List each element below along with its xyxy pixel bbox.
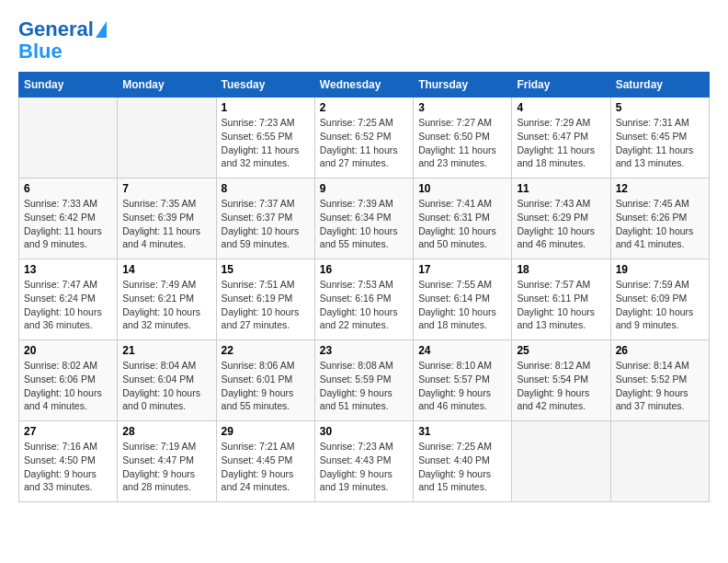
calendar-cell: 11Sunrise: 7:43 AM Sunset: 6:29 PM Dayli… (512, 178, 610, 259)
calendar-cell: 19Sunrise: 7:59 AM Sunset: 6:09 PM Dayli… (610, 259, 709, 340)
day-number: 2 (320, 101, 408, 114)
calendar-week-5: 27Sunrise: 7:16 AM Sunset: 4:50 PM Dayli… (19, 421, 710, 502)
day-info: Sunrise: 8:10 AM Sunset: 5:57 PM Dayligh… (418, 359, 506, 413)
day-number: 17 (418, 263, 506, 276)
calendar-cell: 25Sunrise: 8:12 AM Sunset: 5:54 PM Dayli… (512, 340, 610, 421)
calendar-cell: 16Sunrise: 7:53 AM Sunset: 6:16 PM Dayli… (314, 259, 413, 340)
day-info: Sunrise: 7:41 AM Sunset: 6:31 PM Dayligh… (418, 197, 506, 251)
day-number: 30 (320, 425, 408, 438)
day-info: Sunrise: 7:53 AM Sunset: 6:16 PM Dayligh… (320, 278, 408, 332)
calendar-cell: 29Sunrise: 7:21 AM Sunset: 4:45 PM Dayli… (216, 421, 314, 502)
day-number: 5 (616, 101, 704, 114)
day-number: 26 (616, 344, 704, 357)
logo-text-blue: Blue (18, 40, 63, 63)
logo-text: General (18, 18, 94, 40)
header-day-thursday: Thursday (414, 73, 512, 98)
calendar-cell: 10Sunrise: 7:41 AM Sunset: 6:31 PM Dayli… (414, 178, 512, 259)
calendar-cell: 5Sunrise: 7:31 AM Sunset: 6:45 PM Daylig… (610, 98, 709, 178)
day-number: 21 (122, 344, 210, 357)
day-info: Sunrise: 7:16 AM Sunset: 4:50 PM Dayligh… (24, 440, 112, 494)
day-info: Sunrise: 7:47 AM Sunset: 6:24 PM Dayligh… (24, 278, 112, 332)
day-info: Sunrise: 8:06 AM Sunset: 6:01 PM Dayligh… (222, 359, 310, 413)
calendar-cell (19, 98, 118, 178)
day-info: Sunrise: 7:25 AM Sunset: 4:40 PM Dayligh… (418, 440, 506, 494)
day-number: 18 (517, 263, 605, 276)
day-number: 15 (222, 263, 310, 276)
calendar-cell: 9Sunrise: 7:39 AM Sunset: 6:34 PM Daylig… (314, 178, 413, 259)
day-info: Sunrise: 7:33 AM Sunset: 6:42 PM Dayligh… (24, 197, 112, 251)
header-day-wednesday: Wednesday (314, 73, 413, 98)
logo-triangle-icon (96, 21, 107, 38)
day-info: Sunrise: 7:35 AM Sunset: 6:39 PM Dayligh… (122, 197, 210, 251)
day-number: 13 (24, 263, 112, 276)
day-info: Sunrise: 8:14 AM Sunset: 5:52 PM Dayligh… (616, 359, 704, 413)
calendar-cell: 30Sunrise: 7:23 AM Sunset: 4:43 PM Dayli… (314, 421, 413, 502)
calendar-cell: 6Sunrise: 7:33 AM Sunset: 6:42 PM Daylig… (19, 178, 118, 259)
calendar-week-4: 20Sunrise: 8:02 AM Sunset: 6:06 PM Dayli… (19, 340, 710, 421)
day-info: Sunrise: 7:55 AM Sunset: 6:14 PM Dayligh… (418, 278, 506, 332)
day-number: 31 (418, 425, 506, 438)
day-info: Sunrise: 7:19 AM Sunset: 4:47 PM Dayligh… (122, 440, 210, 494)
calendar-cell: 12Sunrise: 7:45 AM Sunset: 6:26 PM Dayli… (610, 178, 709, 259)
logo: General Blue (18, 18, 107, 63)
day-info: Sunrise: 8:02 AM Sunset: 6:06 PM Dayligh… (24, 359, 112, 413)
calendar-cell: 28Sunrise: 7:19 AM Sunset: 4:47 PM Dayli… (118, 421, 216, 502)
day-number: 1 (222, 101, 310, 114)
calendar-cell: 17Sunrise: 7:55 AM Sunset: 6:14 PM Dayli… (414, 259, 512, 340)
day-info: Sunrise: 7:43 AM Sunset: 6:29 PM Dayligh… (517, 197, 605, 251)
calendar-cell: 3Sunrise: 7:27 AM Sunset: 6:50 PM Daylig… (414, 98, 512, 178)
header-day-saturday: Saturday (610, 73, 709, 98)
calendar-cell: 26Sunrise: 8:14 AM Sunset: 5:52 PM Dayli… (610, 340, 709, 421)
page-header: General Blue (18, 18, 710, 63)
header-day-friday: Friday (512, 73, 610, 98)
day-info: Sunrise: 7:39 AM Sunset: 6:34 PM Dayligh… (320, 197, 408, 251)
header-day-monday: Monday (118, 73, 216, 98)
day-info: Sunrise: 7:29 AM Sunset: 6:47 PM Dayligh… (517, 116, 605, 170)
day-info: Sunrise: 7:45 AM Sunset: 6:26 PM Dayligh… (616, 197, 704, 251)
calendar-cell: 14Sunrise: 7:49 AM Sunset: 6:21 PM Dayli… (118, 259, 216, 340)
day-number: 12 (616, 182, 704, 195)
calendar-cell: 27Sunrise: 7:16 AM Sunset: 4:50 PM Dayli… (19, 421, 118, 502)
calendar-cell: 1Sunrise: 7:23 AM Sunset: 6:55 PM Daylig… (216, 98, 314, 178)
day-info: Sunrise: 7:49 AM Sunset: 6:21 PM Dayligh… (122, 278, 210, 332)
day-number: 16 (320, 263, 408, 276)
calendar-cell (512, 421, 610, 502)
day-info: Sunrise: 7:31 AM Sunset: 6:45 PM Dayligh… (616, 116, 704, 170)
calendar-week-3: 13Sunrise: 7:47 AM Sunset: 6:24 PM Dayli… (19, 259, 710, 340)
calendar-cell: 4Sunrise: 7:29 AM Sunset: 6:47 PM Daylig… (512, 98, 610, 178)
day-info: Sunrise: 7:25 AM Sunset: 6:52 PM Dayligh… (320, 116, 408, 170)
day-number: 6 (24, 182, 112, 195)
day-number: 10 (418, 182, 506, 195)
calendar-cell: 31Sunrise: 7:25 AM Sunset: 4:40 PM Dayli… (414, 421, 512, 502)
calendar-cell: 13Sunrise: 7:47 AM Sunset: 6:24 PM Dayli… (19, 259, 118, 340)
calendar-table: SundayMondayTuesdayWednesdayThursdayFrid… (18, 72, 710, 502)
calendar-cell: 24Sunrise: 8:10 AM Sunset: 5:57 PM Dayli… (414, 340, 512, 421)
day-number: 9 (320, 182, 408, 195)
day-number: 20 (24, 344, 112, 357)
day-number: 28 (122, 425, 210, 438)
day-info: Sunrise: 7:59 AM Sunset: 6:09 PM Dayligh… (616, 278, 704, 332)
day-info: Sunrise: 7:27 AM Sunset: 6:50 PM Dayligh… (418, 116, 506, 170)
calendar-cell: 20Sunrise: 8:02 AM Sunset: 6:06 PM Dayli… (19, 340, 118, 421)
day-info: Sunrise: 8:12 AM Sunset: 5:54 PM Dayligh… (517, 359, 605, 413)
calendar-cell: 7Sunrise: 7:35 AM Sunset: 6:39 PM Daylig… (118, 178, 216, 259)
calendar-cell: 15Sunrise: 7:51 AM Sunset: 6:19 PM Dayli… (216, 259, 314, 340)
calendar-week-2: 6Sunrise: 7:33 AM Sunset: 6:42 PM Daylig… (19, 178, 710, 259)
day-number: 19 (616, 263, 704, 276)
day-number: 23 (320, 344, 408, 357)
day-info: Sunrise: 8:08 AM Sunset: 5:59 PM Dayligh… (320, 359, 408, 413)
day-number: 27 (24, 425, 112, 438)
calendar-cell (610, 421, 709, 502)
day-number: 7 (122, 182, 210, 195)
day-info: Sunrise: 7:51 AM Sunset: 6:19 PM Dayligh… (222, 278, 310, 332)
day-number: 25 (517, 344, 605, 357)
calendar-cell: 22Sunrise: 8:06 AM Sunset: 6:01 PM Dayli… (216, 340, 314, 421)
calendar-cell (118, 98, 216, 178)
header-day-tuesday: Tuesday (216, 73, 314, 98)
calendar-cell: 8Sunrise: 7:37 AM Sunset: 6:37 PM Daylig… (216, 178, 314, 259)
day-number: 11 (517, 182, 605, 195)
calendar-header-row: SundayMondayTuesdayWednesdayThursdayFrid… (19, 73, 710, 98)
header-day-sunday: Sunday (19, 73, 118, 98)
day-number: 22 (222, 344, 310, 357)
calendar-week-1: 1Sunrise: 7:23 AM Sunset: 6:55 PM Daylig… (19, 98, 710, 178)
